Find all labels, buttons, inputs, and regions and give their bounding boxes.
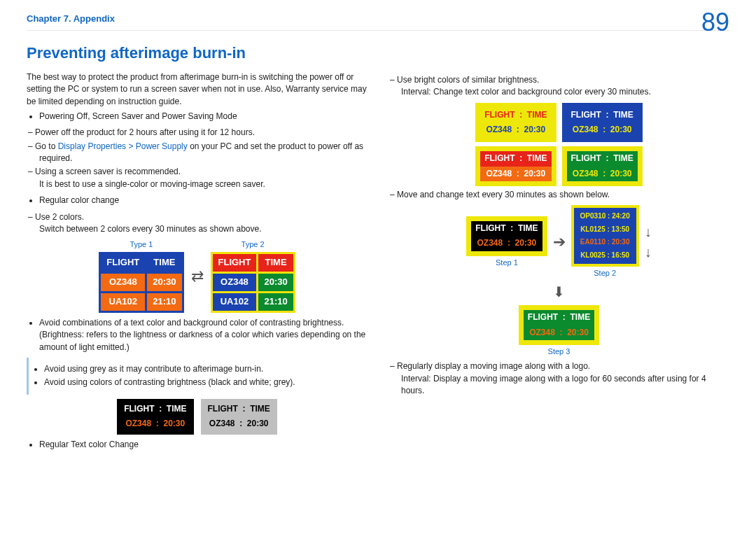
bullet-avoid-contrast: Avoid combinations of a text color and b…	[39, 317, 368, 353]
page-number: 89	[701, 4, 729, 41]
bullet-regular-text-color: Regular Text color Change	[39, 439, 368, 451]
example-type1-type2: Type 1 FLIGHTTIME OZ34820:30 UA10221:10 …	[27, 239, 368, 312]
chapter-label: Chapter 7. Appendix	[27, 13, 729, 26]
intro-text: The best way to protect the product from…	[27, 71, 368, 108]
divider	[27, 30, 729, 31]
arrow-down-icon: ⬇	[388, 282, 729, 302]
link-display-properties[interactable]: Display Properties > Power Supply	[58, 141, 188, 151]
sub-display-properties: Go to Display Properties > Power Supply …	[39, 141, 368, 165]
bullet-regular-color: Regular color change	[39, 195, 368, 206]
sub-bright-colors: Use bright colors of similar brightness.…	[401, 74, 729, 99]
page-title: Preventing afterimage burn-in	[27, 42, 729, 64]
example-30min-colors: FLIGHT : TIME OZ348 : 20:30 FLIGHT : TIM…	[388, 103, 729, 143]
example-steps-row: FLIGHT : TIME OZ348 : 20:30 Step 1 ➔ OP0…	[388, 205, 729, 279]
bullet-power-mode: Powering Off, Screen Saver and Power Sav…	[39, 111, 368, 122]
step1-label: Step 1	[496, 258, 518, 269]
sub-poweroff: Power off the product for 2 hours after …	[39, 127, 368, 139]
note-avoid-grey: Avoid using grey as it may contribute to…	[44, 363, 362, 375]
arrow-down-icon: ↓↓	[645, 222, 652, 262]
type1-label: Type 1	[99, 239, 183, 251]
example-bw-grey: FLIGHT : TIME OZ348 : 20:30 FLIGHT : TIM…	[27, 399, 368, 435]
example-step3: FLIGHT : TIME OZ348 : 20:30 Step 3	[388, 305, 729, 358]
note-box: Avoid using grey as it may contribute to…	[27, 358, 368, 395]
example-30min-colors-2: FLIGHT : TIME OZ348 : 20:30 FLIGHT : TIM…	[388, 146, 729, 186]
sub-move-change: Move and change text every 30 minutes as…	[401, 189, 729, 201]
step3-label: Step 3	[548, 346, 570, 358]
step2-label: Step 2	[594, 268, 616, 279]
swap-arrow-icon: ⇄	[191, 265, 204, 288]
type2-label: Type 2	[211, 239, 295, 251]
arrow-right-icon: ➔	[553, 231, 566, 253]
sub-moving-image: Regularly display a moving image along w…	[401, 360, 729, 397]
note-avoid-contrast-colors: Avoid using colors of contrasting bright…	[44, 377, 362, 388]
sub-two-colors: Use 2 colors.Switch between 2 colors eve…	[39, 211, 368, 236]
sub-screensaver: Using a screen saver is recommended.It i…	[39, 166, 368, 190]
